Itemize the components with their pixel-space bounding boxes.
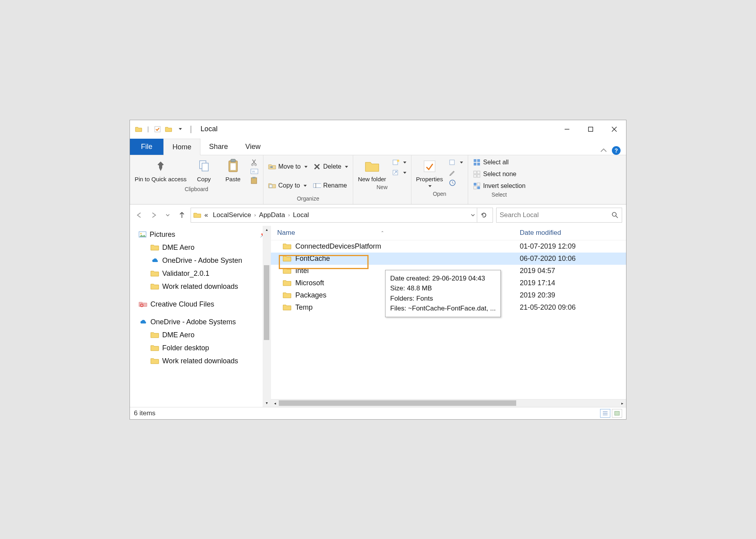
svg-rect-37: [474, 186, 476, 189]
sidebar-item-work-2[interactable]: Work related downloads: [130, 355, 271, 368]
copy-to-icon: [268, 182, 276, 190]
tab-home[interactable]: Home: [163, 139, 200, 155]
svg-rect-31: [474, 171, 476, 174]
cut-icon[interactable]: [250, 158, 258, 166]
chevron-right-icon[interactable]: ›: [254, 212, 256, 218]
sidebar-item-pictures[interactable]: Pictures📌: [130, 228, 271, 241]
file-row-selected[interactable]: FontCache 06-07-2020 10:06: [271, 253, 626, 265]
breadcrumb-localservice[interactable]: LocalService: [211, 211, 252, 219]
copy-path-icon[interactable]: W...: [250, 169, 258, 174]
svg-rect-34: [477, 175, 480, 177]
svg-rect-33: [474, 175, 476, 177]
sidebar-item-folder-desktop[interactable]: Folder desktop: [130, 342, 271, 355]
svg-rect-38: [477, 186, 480, 189]
collapse-ribbon-icon[interactable]: [600, 148, 607, 153]
properties-button[interactable]: Properties: [416, 158, 443, 190]
new-folder-button[interactable]: New folder: [358, 158, 386, 182]
properties-icon: [422, 158, 437, 174]
scroll-right-icon[interactable]: ▸: [618, 401, 626, 405]
scroll-up-icon[interactable]: ▴: [266, 226, 268, 234]
tab-share[interactable]: Share: [200, 139, 237, 155]
search-box[interactable]: [496, 208, 622, 223]
svg-rect-24: [424, 161, 435, 172]
move-to-button[interactable]: Move to: [268, 163, 308, 171]
easy-access-button[interactable]: [392, 169, 406, 177]
svg-rect-0: [155, 126, 160, 132]
sidebar-item-work-1[interactable]: Work related downloads: [130, 280, 271, 293]
folder-qat-icon[interactable]: [165, 125, 172, 133]
folder-icon: [150, 270, 159, 277]
minimize-button[interactable]: [555, 120, 579, 138]
qat-dropdown-icon[interactable]: [176, 125, 183, 133]
details-view-button[interactable]: [600, 409, 610, 418]
help-icon[interactable]: ?: [612, 146, 621, 155]
tab-view[interactable]: View: [237, 139, 269, 155]
select-all-button[interactable]: Select all: [473, 158, 526, 166]
history-icon: [448, 179, 456, 187]
paste-shortcut-icon[interactable]: [250, 177, 258, 184]
svg-rect-36: [477, 183, 480, 186]
folder-icon: [150, 331, 159, 338]
navigation-pane[interactable]: Pictures📌 DME Aero OneDrive - Adobe Syst…: [130, 226, 271, 407]
sort-indicator-icon: ⌃: [381, 230, 384, 235]
maximize-button[interactable]: [579, 120, 602, 138]
rename-button[interactable]: Rename: [313, 182, 348, 190]
sidebar-item-onedrive-2[interactable]: OneDrive - Adobe Systems: [130, 316, 271, 329]
address-bar[interactable]: « LocalService › AppData › Local: [191, 208, 493, 223]
thumbnails-view-button[interactable]: [612, 409, 622, 418]
content-area: Pictures📌 DME Aero OneDrive - Adobe Syst…: [130, 226, 626, 407]
scroll-thumb[interactable]: [279, 400, 516, 406]
address-dropdown-icon[interactable]: [471, 213, 475, 217]
breadcrumb-local[interactable]: Local: [291, 211, 311, 219]
up-button[interactable]: [176, 210, 187, 221]
horizontal-scrollbar[interactable]: ◂ ▸: [271, 399, 626, 407]
delete-button[interactable]: Delete: [313, 163, 348, 171]
properties-qat-icon[interactable]: [154, 125, 161, 133]
back-button[interactable]: [134, 210, 145, 221]
search-input[interactable]: [500, 211, 611, 219]
copy-to-button[interactable]: Copy to: [268, 182, 308, 190]
open-button[interactable]: [448, 158, 463, 166]
tab-file[interactable]: File: [130, 139, 163, 155]
svg-line-40: [616, 216, 618, 218]
forward-button[interactable]: [148, 210, 159, 221]
sidebar-item-dme-aero-2[interactable]: DME Aero: [130, 329, 271, 342]
sidebar-item-validator[interactable]: Validator_2.0.1: [130, 267, 271, 280]
pin-icon: [153, 158, 169, 174]
copy-button[interactable]: Copy: [192, 158, 216, 182]
column-date-modified[interactable]: Date modified: [520, 229, 626, 237]
select-none-icon: [473, 170, 481, 178]
scroll-thumb[interactable]: [264, 265, 269, 340]
paste-button[interactable]: Paste: [221, 158, 245, 182]
folder-icon: [283, 243, 291, 250]
select-none-button[interactable]: Select none: [473, 170, 526, 178]
ribbon-tabs: File Home Share View ?: [130, 138, 626, 155]
sidebar-item-dme-aero-1[interactable]: DME Aero: [130, 241, 271, 254]
close-button[interactable]: [602, 120, 626, 138]
breadcrumb-appdata[interactable]: AppData: [258, 211, 287, 219]
edit-button[interactable]: [448, 169, 463, 177]
edit-icon: [448, 169, 456, 177]
chevron-right-icon[interactable]: ›: [288, 212, 290, 218]
new-item-button[interactable]: [392, 158, 406, 166]
creative-cloud-icon: [139, 301, 147, 307]
sidebar-item-creative-cloud[interactable]: Creative Cloud Files: [130, 298, 271, 311]
folder-icon: [150, 357, 159, 364]
recent-dropdown-icon[interactable]: [162, 210, 173, 221]
svg-rect-15: [252, 177, 256, 178]
column-name[interactable]: Name⌃: [277, 229, 520, 237]
sidebar-scrollbar[interactable]: ▴ ▾: [263, 226, 271, 407]
pin-to-quick-access-button[interactable]: Pin to Quick access: [135, 158, 187, 182]
refresh-button[interactable]: [477, 208, 490, 222]
svg-rect-9: [230, 163, 236, 170]
breadcrumb-overflow[interactable]: «: [203, 211, 209, 219]
invert-selection-button[interactable]: Invert selection: [473, 182, 526, 190]
search-icon[interactable]: [611, 212, 619, 219]
scroll-left-icon[interactable]: ◂: [271, 401, 279, 405]
history-button[interactable]: [448, 179, 463, 187]
sidebar-item-onedrive-1[interactable]: OneDrive - Adobe Systen: [130, 254, 271, 267]
onedrive-icon: [150, 257, 159, 264]
scroll-down-icon[interactable]: ▾: [266, 399, 268, 407]
file-row[interactable]: ConnectedDevicesPlatform 01-07-2019 12:0…: [271, 240, 626, 253]
move-to-icon: [268, 163, 276, 171]
